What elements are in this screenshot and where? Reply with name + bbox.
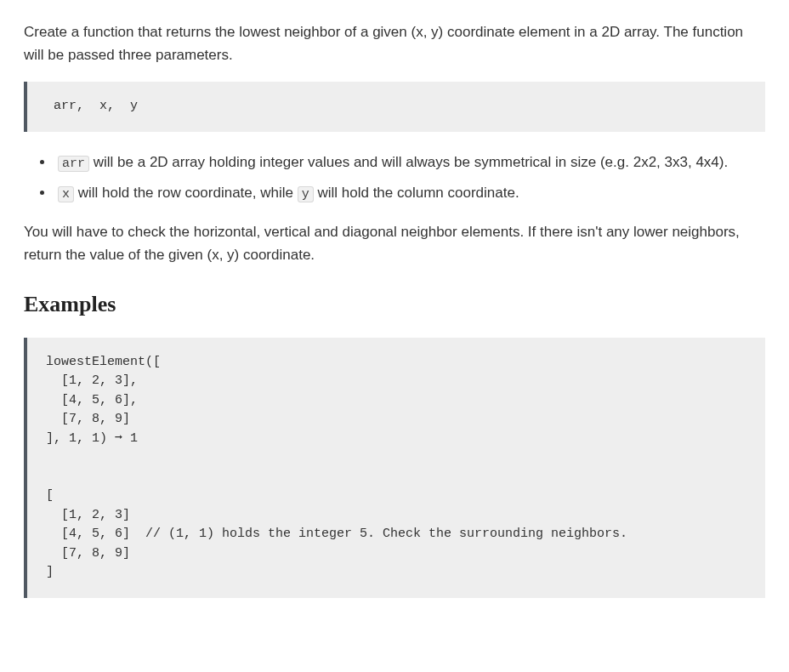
bullet-item-xy: x will hold the row coordinate, while y … [54,181,765,205]
inline-code-arr: arr [58,156,89,172]
bullet-text: will be a 2D array holding integer value… [89,154,728,170]
bullet-text: will hold the column coordinate. [314,185,519,201]
intro-paragraph: Create a function that returns the lowes… [24,20,765,66]
bullet-text: will hold the row coordinate, while [74,185,298,201]
examples-heading: Examples [24,287,765,322]
params-codeblock: arr, x, y [24,82,765,132]
instruction-paragraph: You will have to check the horizontal, v… [24,220,765,266]
examples-codeblock: lowestElement([ [1, 2, 3], [4, 5, 6], [7… [24,338,765,598]
inline-code-y: y [298,186,314,202]
bullet-item-arr: arr will be a 2D array holding integer v… [54,151,765,174]
inline-code-x: x [58,186,74,202]
bullet-list: arr will be a 2D array holding integer v… [24,151,765,205]
